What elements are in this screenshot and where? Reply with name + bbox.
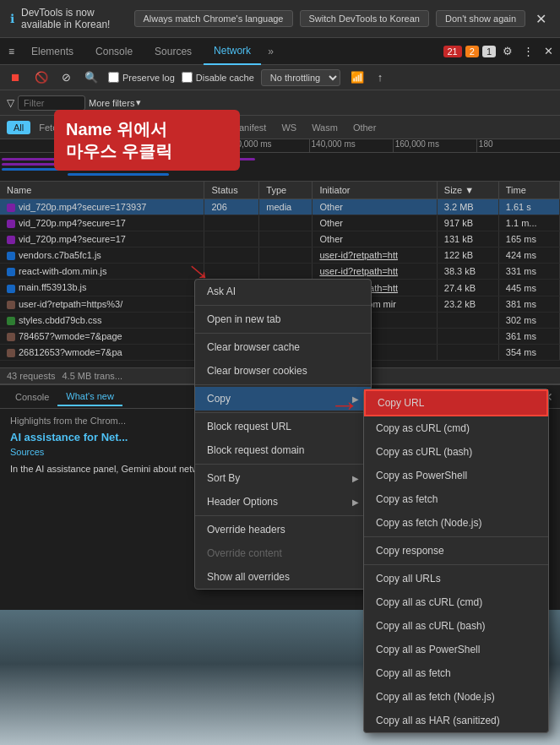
doc-icon — [7, 301, 15, 309]
header-type[interactable]: Type — [259, 182, 313, 199]
row-name: vid_720p.mp4?secure=17 — [0, 215, 204, 231]
row-time: 165 ms — [498, 231, 559, 247]
ctx-copy-curl-bash[interactable]: Copy as cURL (bash) — [364, 440, 548, 464]
tab-whats-new[interactable]: What's new — [57, 388, 122, 406]
header-initiator[interactable]: Initiator — [313, 182, 437, 199]
hamburger-icon[interactable]: ≡ — [3, 42, 19, 61]
ctx-header-options[interactable]: Header Options ▶ — [195, 490, 371, 514]
tab-console-bottom[interactable]: Console — [7, 389, 57, 405]
row-name: react-with-dom.min.js — [0, 264, 204, 280]
more-filters-button[interactable]: More filters ▾ — [89, 97, 141, 108]
ctx-copy-response[interactable]: Copy response — [364, 539, 548, 563]
ctx-copy-all-curl-bash[interactable]: Copy all as cURL (bash) — [364, 614, 548, 638]
ctx-copy-fetch-node[interactable]: Copy as fetch (Node.js) — [364, 511, 548, 535]
script-icon — [7, 268, 15, 276]
header-status[interactable]: Status — [204, 182, 259, 199]
type-tab-wasm[interactable]: Wasm — [305, 121, 345, 134]
table-row[interactable]: vid_720p.mp4?secure=173937 206 media Oth… — [0, 199, 560, 215]
row-size: 122 kB — [437, 247, 498, 264]
disable-cache-checkbox[interactable] — [182, 72, 193, 83]
timeline-mark-4: 140,000 ms — [309, 139, 393, 152]
ctx-override-headers[interactable]: Override headers — [195, 518, 371, 541]
row-type — [259, 247, 313, 264]
ctx-clear-cache[interactable]: Clear browser cache — [195, 335, 371, 359]
tab-more-icon[interactable]: » — [263, 42, 279, 61]
ctx-ask-ai[interactable]: Ask AI — [195, 280, 371, 303]
ctx-copy-all-curl-cmd[interactable]: Copy all as cURL (cmd) — [364, 590, 548, 614]
row-initiator: Other — [313, 231, 437, 247]
tab-sources[interactable]: Sources — [144, 38, 202, 65]
chevron-down-icon: ▾ — [136, 97, 141, 108]
row-name: main.ff53913b.js — [0, 280, 204, 296]
ctx-block-domain[interactable]: Block request domain — [195, 438, 371, 462]
ctx-copy-url[interactable]: Copy URL — [364, 389, 548, 416]
disable-cache-label[interactable]: Disable cache — [182, 72, 254, 83]
row-time: 1.1 m... — [498, 215, 559, 231]
tab-console[interactable]: Console — [85, 38, 143, 65]
switch-language-button[interactable]: Switch DevTools to Korean — [300, 10, 429, 27]
row-time: 331 ms — [498, 264, 559, 280]
ctx-sort-by-arrow-icon: ▶ — [352, 474, 359, 483]
wifi-icon[interactable]: 📶 — [347, 69, 367, 85]
table-row[interactable]: vendors.c7ba5fc1.js user-id?retpath=htt … — [0, 247, 560, 264]
tab-bar-actions: 21 2 1 ⚙ ⋮ ✕ — [443, 43, 557, 59]
ctx-copy-all-powershell[interactable]: Copy all as PowerShell — [364, 638, 548, 661]
ctx-copy-all-fetch-node[interactable]: Copy all as fetch (Node.js) — [364, 685, 548, 709]
ctx-override-content: Override content — [195, 541, 371, 565]
ctx-copy-fetch[interactable]: Copy as fetch — [364, 487, 548, 511]
clear-icon[interactable]: 🚫 — [31, 69, 52, 85]
upload-icon[interactable]: ↑ — [374, 69, 387, 85]
script-icon — [7, 285, 15, 293]
record-stop-icon[interactable]: ⏹ — [7, 69, 24, 85]
ctx-copy-all-fetch[interactable]: Copy all as fetch — [364, 661, 548, 685]
ctx-copy-powershell[interactable]: Copy as PowerShell — [364, 464, 548, 487]
notification-close-button[interactable]: ✕ — [532, 11, 550, 27]
row-initiator[interactable]: user-id?retpath=htt — [313, 247, 437, 264]
annotation-text-line1: Name 위에서 — [66, 118, 228, 140]
preserve-log-label[interactable]: Preserve log — [108, 72, 175, 83]
ctx-sort-by[interactable]: Sort By ▶ — [195, 466, 371, 490]
tab-network[interactable]: Network — [204, 38, 261, 65]
type-tab-all[interactable]: All — [7, 121, 30, 134]
ctx-open-new-tab[interactable]: Open in new tab — [195, 307, 371, 331]
row-time: 1.61 s — [498, 199, 559, 215]
close-devtools-icon[interactable]: ✕ — [541, 43, 557, 59]
row-size: 27.4 kB — [437, 280, 498, 296]
table-row[interactable]: vid_720p.mp4?secure=17 Other 131 kB 165 … — [0, 231, 560, 247]
row-initiator[interactable]: user-id?retpath=htt — [313, 264, 437, 280]
match-language-button[interactable]: Always match Chrome's language — [134, 10, 293, 27]
ctx-divider-6 — [195, 515, 371, 516]
filter-icon[interactable]: ⊘ — [58, 69, 74, 85]
header-time[interactable]: Time — [498, 182, 559, 199]
preserve-log-checkbox[interactable] — [108, 72, 119, 83]
tab-elements[interactable]: Elements — [21, 38, 84, 65]
ctx-divider-3 — [195, 384, 371, 385]
row-size: 23.2 kB — [437, 296, 498, 312]
settings-icon[interactable]: ⚙ — [499, 43, 516, 59]
ctx-header-options-arrow-icon: ▶ — [352, 498, 359, 507]
type-tab-ws[interactable]: WS — [275, 121, 303, 134]
row-initiator: Other — [313, 199, 437, 215]
dont-show-again-button[interactable]: Don't show again — [436, 10, 525, 27]
filter-funnel-icon[interactable]: ▽ — [7, 97, 14, 109]
tab-bar: ≡ Elements Console Sources Network » 21 … — [0, 38, 560, 65]
doc-icon — [7, 333, 15, 341]
data-transferred: 4.5 MB trans... — [62, 371, 122, 381]
search-icon[interactable]: 🔍 — [81, 69, 101, 85]
warning-badge: 2 — [465, 46, 479, 57]
ctx-copy-curl-cmd[interactable]: Copy as cURL (cmd) — [364, 416, 548, 440]
table-row[interactable]: vid_720p.mp4?secure=17 Other 917 kB 1.1 … — [0, 215, 560, 231]
header-name[interactable]: Name — [0, 182, 204, 199]
video-icon — [7, 220, 15, 228]
sort-desc-icon: ▼ — [465, 185, 474, 195]
ctx-show-overrides[interactable]: Show all overrides — [195, 565, 371, 589]
ctx-copy-all-urls[interactable]: Copy all URLs — [364, 567, 548, 590]
ctx-copy-all-har[interactable]: Copy all as HAR (sanitized) — [364, 709, 548, 732]
ctx-clear-cookies[interactable]: Clear browser cookies — [195, 359, 371, 383]
header-size[interactable]: Size ▼ — [437, 182, 498, 199]
throttle-select[interactable]: No throttling — [261, 69, 340, 86]
kebab-menu-icon[interactable]: ⋮ — [519, 43, 537, 59]
type-tab-other[interactable]: Other — [346, 121, 383, 134]
table-row[interactable]: react-with-dom.min.js user-id?retpath=ht… — [0, 264, 560, 280]
filter-input[interactable] — [18, 95, 85, 111]
